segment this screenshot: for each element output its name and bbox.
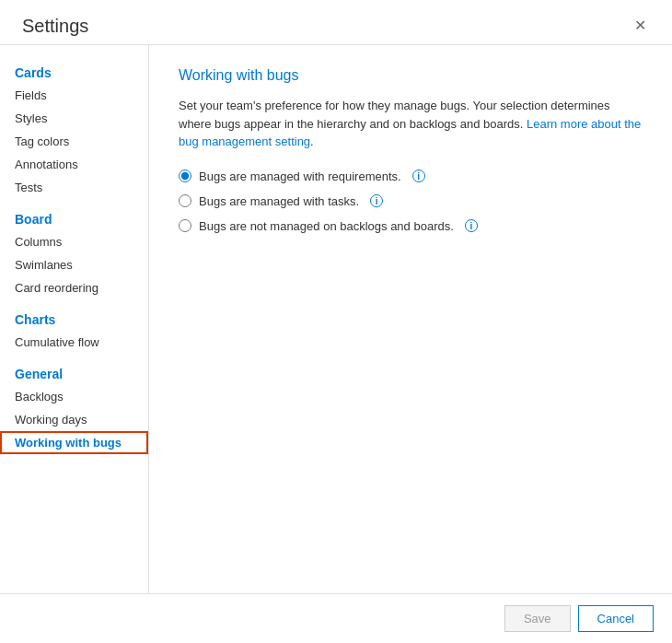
radio-item-requirements[interactable]: Bugs are managed with requirements. i: [179, 170, 643, 183]
dialog-header: Settings ✕: [0, 0, 672, 44]
radio-group-bugs: Bugs are managed with requirements. i Bu…: [179, 170, 643, 233]
radio-item-not-managed[interactable]: Bugs are not managed on backlogs and boa…: [179, 219, 643, 233]
dialog-title: Settings: [22, 16, 88, 37]
radio-bugs-requirements[interactable]: [179, 170, 191, 182]
radio-label-tasks: Bugs are managed with tasks.: [199, 194, 359, 208]
settings-dialog: Settings ✕ Cards Fields Styles Tag color…: [0, 0, 672, 643]
sidebar-section-charts: Charts Cumulative flow: [0, 303, 148, 354]
sidebar-item-cumulative-flow[interactable]: Cumulative flow: [0, 331, 148, 354]
section-title: Working with bugs: [179, 67, 643, 84]
sidebar: Cards Fields Styles Tag colors Annotatio…: [0, 45, 149, 593]
info-icon-tasks[interactable]: i: [370, 194, 383, 207]
sidebar-section-header-general: General: [0, 357, 148, 385]
description-part2: .: [310, 134, 314, 148]
dialog-body: Cards Fields Styles Tag colors Annotatio…: [0, 44, 672, 593]
description-text: Set your team's preference for how they …: [179, 97, 643, 151]
sidebar-section-cards: Cards Fields Styles Tag colors Annotatio…: [0, 56, 148, 199]
sidebar-item-tests[interactable]: Tests: [0, 176, 148, 199]
sidebar-item-working-with-bugs[interactable]: Working with bugs: [0, 431, 148, 454]
sidebar-item-styles[interactable]: Styles: [0, 107, 148, 130]
sidebar-section-header-board: Board: [0, 203, 148, 230]
sidebar-item-backlogs[interactable]: Backlogs: [0, 385, 148, 408]
sidebar-item-swimlanes[interactable]: Swimlanes: [0, 253, 148, 276]
info-icon-not-managed[interactable]: i: [465, 219, 478, 232]
save-button[interactable]: Save: [504, 605, 571, 632]
sidebar-item-annotations[interactable]: Annotations: [0, 153, 148, 176]
sidebar-item-columns[interactable]: Columns: [0, 230, 148, 253]
sidebar-section-general: General Backlogs Working days Working wi…: [0, 357, 148, 454]
radio-label-requirements: Bugs are managed with requirements.: [199, 170, 401, 183]
radio-item-tasks[interactable]: Bugs are managed with tasks. i: [179, 194, 643, 208]
dialog-footer: Save Cancel: [0, 593, 672, 643]
radio-bugs-tasks[interactable]: [179, 194, 191, 207]
sidebar-item-fields[interactable]: Fields: [0, 84, 148, 107]
cancel-button[interactable]: Cancel: [578, 605, 654, 632]
sidebar-section-header-charts: Charts: [0, 303, 148, 331]
sidebar-item-tag-colors[interactable]: Tag colors: [0, 130, 148, 153]
sidebar-item-card-reordering[interactable]: Card reordering: [0, 276, 148, 299]
radio-label-not-managed: Bugs are not managed on backlogs and boa…: [199, 219, 454, 233]
sidebar-item-working-days[interactable]: Working days: [0, 408, 148, 431]
info-icon-requirements[interactable]: i: [412, 170, 425, 182]
sidebar-section-board: Board Columns Swimlanes Card reordering: [0, 203, 148, 299]
sidebar-section-header-cards: Cards: [0, 56, 148, 84]
radio-bugs-not-managed[interactable]: [179, 219, 191, 232]
close-button[interactable]: ✕: [627, 15, 654, 37]
main-content: Working with bugs Set your team's prefer…: [149, 45, 672, 593]
